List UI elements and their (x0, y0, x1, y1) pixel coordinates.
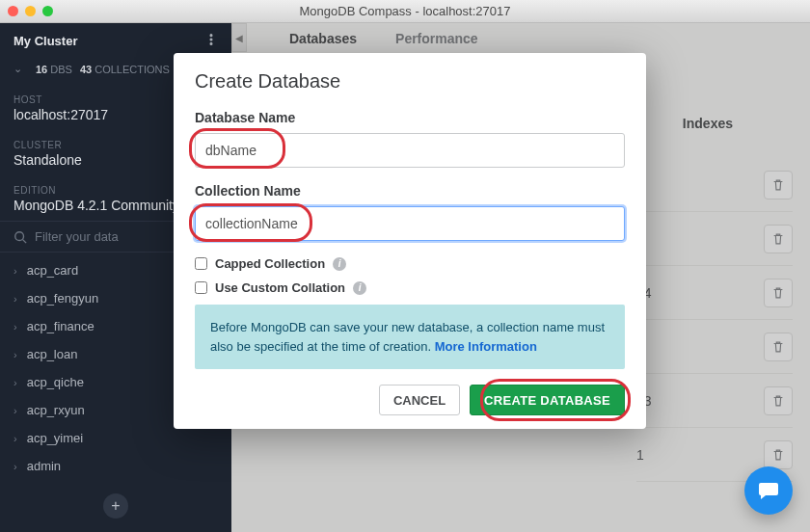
chevron-right-icon: › (14, 293, 17, 305)
chevron-right-icon: › (14, 349, 17, 360)
collection-name-label: Collection Name (195, 183, 625, 199)
collections-label: COLLECTIONS (94, 64, 170, 75)
chat-icon (757, 479, 780, 502)
modal-title: Create Database (195, 70, 625, 93)
sidebar-item-label: acp_rxyun (27, 403, 85, 417)
search-placeholder: Filter your data (35, 229, 119, 244)
collections-count: 43 (80, 64, 92, 75)
svg-point-2 (210, 43, 212, 45)
svg-point-0 (210, 35, 212, 37)
svg-line-4 (23, 239, 27, 243)
collation-checkbox-input[interactable] (195, 281, 207, 294)
sidebar-item-label: acp_fengyun (27, 291, 98, 306)
capped-checkbox-input[interactable] (195, 257, 207, 270)
chevron-right-icon: › (14, 461, 17, 472)
database-name-label: Database Name (195, 110, 625, 125)
create-database-modal: Create Database Database Name Collection… (174, 53, 646, 429)
add-database-button[interactable]: + (103, 493, 128, 519)
sidebar-menu-icon[interactable] (204, 33, 218, 49)
dbs-label: DBS (50, 64, 72, 75)
collection-name-input[interactable] (195, 206, 625, 241)
sidebar-item-label: admin (27, 459, 61, 473)
chevron-right-icon: › (14, 405, 17, 416)
chevron-right-icon: › (14, 377, 17, 388)
svg-point-3 (15, 231, 24, 240)
sidebar-item-label: acp_card (27, 263, 78, 278)
info-icon[interactable]: i (353, 281, 366, 295)
notice-text: Before MongoDB can save your new databas… (210, 320, 605, 354)
chevron-right-icon: › (14, 265, 17, 277)
sidebar-item[interactable]: ›admin (0, 452, 231, 480)
window-title: MongoDB Compass - localhost:27017 (0, 4, 810, 18)
chevron-down-icon: ⌄ (14, 63, 22, 75)
info-icon[interactable]: i (333, 257, 346, 271)
capped-collection-checkbox[interactable]: Capped Collection i (195, 256, 625, 271)
info-notice: Before MongoDB can save your new databas… (195, 305, 625, 369)
capped-label: Capped Collection (215, 256, 325, 271)
custom-collation-checkbox[interactable]: Use Custom Collation i (195, 280, 625, 295)
database-name-input[interactable] (195, 133, 625, 168)
collation-label: Use Custom Collation (215, 280, 345, 295)
create-database-button[interactable]: CREATE DATABASE (470, 385, 625, 415)
more-information-link[interactable]: More Information (435, 339, 537, 354)
titlebar: MongoDB Compass - localhost:27017 (0, 0, 810, 23)
cluster-name: My Cluster (14, 34, 77, 48)
svg-point-1 (210, 39, 212, 40)
support-chat-button[interactable] (744, 466, 793, 515)
search-icon (14, 230, 27, 244)
sidebar-item-label: acp_qiche (27, 375, 84, 389)
sidebar-item-label: acp_finance (27, 319, 94, 333)
chevron-right-icon: › (14, 433, 17, 444)
cancel-button[interactable]: CANCEL (379, 385, 460, 415)
chevron-right-icon: › (14, 321, 17, 332)
sidebar-item-label: acp_loan (27, 347, 78, 361)
dbs-count: 16 (36, 64, 47, 75)
sidebar-item-label: acp_yimei (27, 431, 84, 445)
